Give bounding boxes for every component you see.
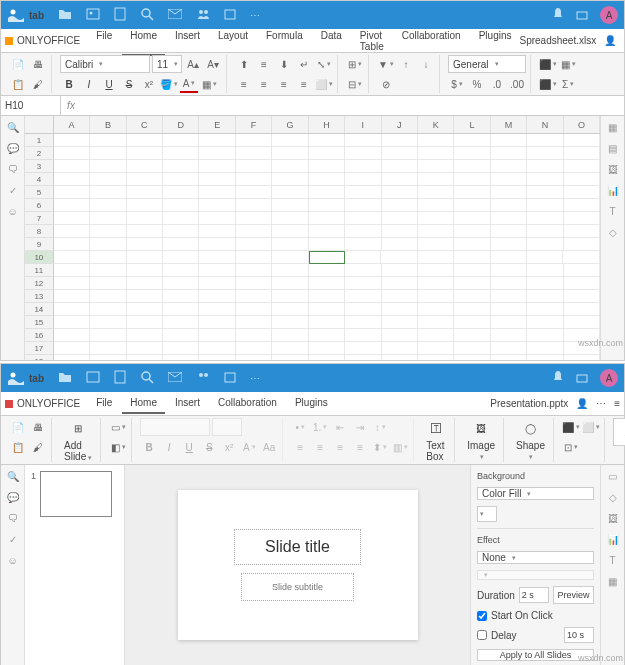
- cell[interactable]: [454, 160, 490, 173]
- cell[interactable]: [527, 147, 563, 160]
- cell[interactable]: [236, 186, 272, 199]
- textbox-button[interactable]: 🅃Text Box: [422, 418, 450, 462]
- menu-file[interactable]: File: [88, 393, 120, 414]
- cell[interactable]: [418, 251, 454, 264]
- cell[interactable]: [90, 290, 126, 303]
- cell[interactable]: [527, 160, 563, 173]
- cell[interactable]: [345, 316, 381, 329]
- cell[interactable]: [309, 342, 345, 355]
- cell[interactable]: [345, 290, 381, 303]
- cell[interactable]: [382, 173, 418, 186]
- gift-icon[interactable]: [576, 371, 588, 385]
- row-header[interactable]: 4: [25, 173, 54, 186]
- cell[interactable]: [199, 199, 235, 212]
- cell[interactable]: [272, 173, 308, 186]
- cell[interactable]: [491, 238, 527, 251]
- cell[interactable]: [199, 134, 235, 147]
- calendar-icon[interactable]: [224, 8, 236, 22]
- text-settings-icon[interactable]: T: [609, 206, 615, 217]
- cell[interactable]: [127, 290, 163, 303]
- cell[interactable]: [564, 355, 600, 360]
- cell-settings-icon[interactable]: ▦: [608, 122, 617, 133]
- row-header[interactable]: 17: [25, 342, 54, 355]
- row-header[interactable]: 13: [25, 290, 54, 303]
- print-icon[interactable]: 🖶: [29, 418, 47, 436]
- cell[interactable]: [127, 251, 163, 264]
- slide-canvas[interactable]: Slide title Slide subtitle: [125, 465, 470, 665]
- cell[interactable]: [236, 238, 272, 251]
- cell[interactable]: [454, 264, 490, 277]
- cell[interactable]: [90, 277, 126, 290]
- font-color-icon[interactable]: A: [180, 75, 198, 93]
- cell[interactable]: [163, 303, 199, 316]
- fx-icon[interactable]: fx: [61, 100, 81, 111]
- cell[interactable]: [90, 238, 126, 251]
- grid[interactable]: ABCDEFGHIJKLMNO 123456789101112131415161…: [25, 116, 600, 360]
- cell[interactable]: [345, 160, 381, 173]
- percent-icon[interactable]: %: [468, 75, 486, 93]
- group-icon[interactable]: ⊡: [562, 438, 580, 456]
- cell[interactable]: [236, 251, 272, 264]
- cell[interactable]: [527, 303, 563, 316]
- cell[interactable]: [163, 134, 199, 147]
- user-icon[interactable]: 👤: [576, 398, 588, 409]
- copy-icon[interactable]: 📄: [9, 55, 27, 73]
- cell[interactable]: [382, 342, 418, 355]
- cell[interactable]: [418, 186, 454, 199]
- insert-row-icon[interactable]: ⬛: [539, 55, 557, 73]
- cell[interactable]: [90, 329, 126, 342]
- cell[interactable]: [163, 342, 199, 355]
- cell[interactable]: [236, 277, 272, 290]
- col-header[interactable]: O: [564, 116, 600, 133]
- cell[interactable]: [127, 303, 163, 316]
- currency-icon[interactable]: $: [448, 75, 466, 93]
- search-icon[interactable]: [140, 370, 154, 386]
- cell[interactable]: [272, 212, 308, 225]
- cell[interactable]: [309, 251, 345, 264]
- row-header[interactable]: 18: [25, 355, 54, 360]
- cell[interactable]: [527, 173, 563, 186]
- cell[interactable]: [309, 225, 345, 238]
- feedback-icon[interactable]: ☺: [7, 206, 17, 217]
- effect-sub-select[interactable]: [477, 570, 594, 580]
- comments-tool-icon[interactable]: 💬: [7, 143, 19, 154]
- cell[interactable]: [382, 225, 418, 238]
- cell[interactable]: [309, 290, 345, 303]
- cell[interactable]: [54, 303, 90, 316]
- cell[interactable]: [54, 212, 90, 225]
- cell[interactable]: [491, 316, 527, 329]
- cell[interactable]: [163, 355, 199, 360]
- cell[interactable]: [90, 303, 126, 316]
- cell[interactable]: [127, 264, 163, 277]
- cell[interactable]: [199, 147, 235, 160]
- copy-icon[interactable]: 📄: [9, 418, 27, 436]
- cell[interactable]: [491, 342, 527, 355]
- underline-icon[interactable]: U: [100, 75, 118, 93]
- align-left-icon[interactable]: ≡: [235, 75, 253, 93]
- cell[interactable]: [454, 355, 490, 360]
- cell[interactable]: [382, 303, 418, 316]
- cell[interactable]: [564, 160, 600, 173]
- cell[interactable]: [90, 316, 126, 329]
- cell[interactable]: [564, 290, 600, 303]
- cell[interactable]: [90, 173, 126, 186]
- clear-filter-icon[interactable]: ⊘: [377, 75, 395, 93]
- col-header[interactable]: H: [309, 116, 345, 133]
- table-style-icon[interactable]: ▦: [559, 55, 577, 73]
- avatar[interactable]: A: [600, 369, 618, 387]
- cell[interactable]: [418, 329, 454, 342]
- cell[interactable]: [54, 199, 90, 212]
- col-header[interactable]: C: [127, 116, 163, 133]
- cell[interactable]: [418, 199, 454, 212]
- strike-icon[interactable]: S: [120, 75, 138, 93]
- cell[interactable]: [272, 303, 308, 316]
- cell[interactable]: [127, 329, 163, 342]
- cell[interactable]: [418, 264, 454, 277]
- cell[interactable]: [54, 290, 90, 303]
- cell[interactable]: [272, 264, 308, 277]
- cell[interactable]: [345, 147, 381, 160]
- align-bot-icon[interactable]: ⬇: [275, 55, 293, 73]
- cell[interactable]: [163, 225, 199, 238]
- cell[interactable]: [90, 147, 126, 160]
- row-header[interactable]: 1: [25, 134, 54, 147]
